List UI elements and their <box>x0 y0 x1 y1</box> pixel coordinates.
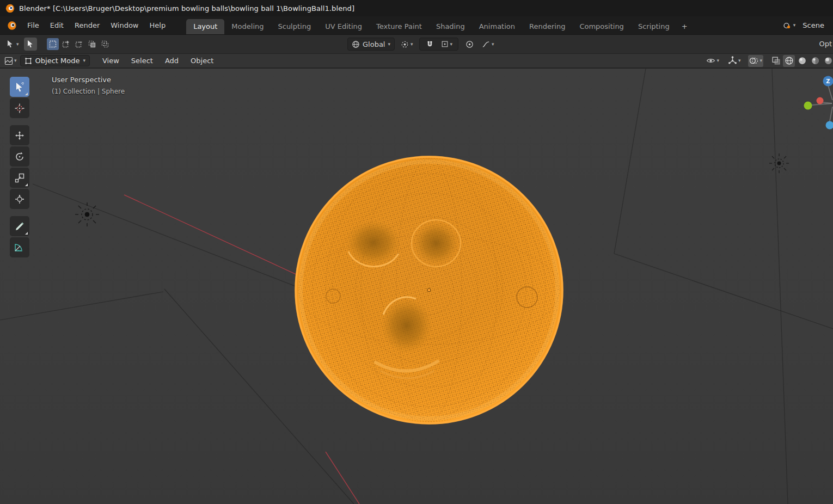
menu-edit[interactable]: Edit <box>45 19 69 32</box>
tool-context-dropdown[interactable] <box>4 38 21 51</box>
tab-animation[interactable]: Animation <box>472 19 522 34</box>
menu-render[interactable]: Render <box>69 19 105 32</box>
chevron-down-icon <box>83 58 85 63</box>
shading-material-button[interactable] <box>809 55 821 67</box>
measure-icon <box>14 242 25 253</box>
tab-texture-paint[interactable]: Texture Paint <box>369 19 429 34</box>
tab-sculpting[interactable]: Sculpting <box>271 19 318 34</box>
blender-logo-icon <box>5 4 15 13</box>
gizmo-z-label: Z <box>826 78 830 84</box>
shading-rendered-button[interactable] <box>822 55 833 67</box>
chevron-down-icon <box>14 58 17 63</box>
top-menu-row: File Edit Render Window Help Layout Mode… <box>0 16 833 34</box>
chevron-down-icon <box>759 58 762 63</box>
select-mode-set[interactable] <box>47 38 59 50</box>
tab-compositing[interactable]: Compositing <box>572 19 631 34</box>
tool-settings-bar: Global <box>0 34 833 54</box>
cursor-tool[interactable] <box>10 98 29 118</box>
select-mode-group <box>47 38 111 50</box>
select-mode-subtract[interactable] <box>73 38 85 50</box>
chevron-down-icon <box>411 42 413 47</box>
solid-shading-icon <box>798 56 807 65</box>
chevron-down-icon <box>492 42 494 47</box>
point-light-object <box>75 202 99 226</box>
select-box-tool[interactable] <box>10 77 29 97</box>
chevron-down-icon <box>388 42 390 47</box>
tab-layout[interactable]: Layout <box>186 19 224 34</box>
select-mode-intersect[interactable] <box>99 38 111 50</box>
options-dropdown[interactable]: Opt <box>819 40 833 48</box>
proportional-icon <box>465 40 474 48</box>
wireframe-shading-icon <box>785 56 794 65</box>
scene-canvas: Z <box>0 69 833 504</box>
active-tool-button[interactable] <box>24 38 37 51</box>
add-workspace-button[interactable]: + <box>677 19 693 34</box>
menu-view[interactable]: View <box>97 55 124 66</box>
scene-name[interactable]: Scene <box>799 21 828 29</box>
bowling-ball-object[interactable] <box>295 156 564 425</box>
tab-modeling[interactable]: Modeling <box>224 19 271 34</box>
orientation-label: Global <box>363 40 385 48</box>
menu-select[interactable]: Select <box>126 55 158 66</box>
blender-app-menu-icon[interactable] <box>5 19 19 32</box>
move-tool[interactable] <box>10 125 29 145</box>
snap-toggle[interactable] <box>424 38 437 51</box>
mode-dropdown[interactable]: Object Mode <box>20 55 90 66</box>
tab-rendering[interactable]: Rendering <box>522 19 572 34</box>
xray-icon <box>771 56 781 65</box>
menu-object[interactable]: Object <box>186 55 218 66</box>
visibility-dropdown[interactable] <box>705 55 720 67</box>
annotate-tool[interactable] <box>10 216 29 236</box>
browse-scene-icon[interactable] <box>781 19 798 32</box>
gizmos-icon <box>728 56 737 65</box>
navigation-gizmo[interactable]: Z <box>804 76 833 130</box>
shading-solid-button[interactable] <box>796 55 808 67</box>
scene-selector: Scene <box>781 19 829 32</box>
view-perspective-label: User Perspective <box>52 76 125 84</box>
rotate-tool[interactable] <box>10 146 29 167</box>
viewport-header-right <box>705 55 830 67</box>
menu-help[interactable]: Help <box>144 19 171 32</box>
cursor-icon <box>14 103 25 114</box>
pivot-point-dropdown[interactable] <box>399 38 415 51</box>
object-mode-icon <box>24 57 32 65</box>
select-mode-invert[interactable] <box>86 38 98 50</box>
snap-target-icon <box>441 40 449 48</box>
menu-window[interactable]: Window <box>105 19 144 32</box>
falloff-dropdown[interactable] <box>480 38 496 51</box>
gizmos-dropdown[interactable] <box>727 55 742 67</box>
scale-tool[interactable] <box>10 168 29 188</box>
menu-file[interactable]: File <box>22 19 45 32</box>
workspace-tabs: Layout Modeling Sculpting UV Editing Tex… <box>186 16 692 34</box>
overlays-dropdown[interactable] <box>748 55 763 67</box>
tab-scripting[interactable]: Scripting <box>631 19 677 34</box>
chevron-down-icon <box>16 42 19 47</box>
viewport-header: Object Mode View Select Add Object <box>0 54 833 68</box>
gizmo-y-axis-ball <box>804 102 812 110</box>
tab-uv-editing[interactable]: UV Editing <box>318 19 369 34</box>
scale-icon <box>14 173 25 183</box>
snap-group <box>419 38 459 51</box>
viewport-3d[interactable]: Z User Perspective (1) Collection | Sphe… <box>0 69 833 504</box>
snap-target-dropdown[interactable] <box>439 38 455 51</box>
main-menus: File Edit Render Window Help <box>22 19 171 32</box>
shading-wireframe-button[interactable] <box>783 55 795 67</box>
tab-shading[interactable]: Shading <box>429 19 472 34</box>
proportional-editing-toggle[interactable] <box>463 38 476 51</box>
select-mode-extend[interactable] <box>60 38 72 50</box>
xray-toggle[interactable] <box>770 55 782 67</box>
magnet-icon <box>426 40 434 48</box>
editor-type-dropdown[interactable] <box>3 55 18 67</box>
annotate-icon <box>14 221 25 232</box>
chevron-down-icon <box>793 23 796 28</box>
pivot-icon <box>401 40 409 48</box>
transform-icon <box>14 194 25 205</box>
menu-add[interactable]: Add <box>160 55 183 66</box>
measure-tool[interactable] <box>10 237 29 257</box>
mode-label: Object Mode <box>35 57 80 65</box>
move-icon <box>14 130 25 141</box>
titlebar: Blender* [C:\Users\Bruger\Desktop\premiu… <box>0 0 833 16</box>
rotate-icon <box>14 151 25 162</box>
orientation-dropdown[interactable]: Global <box>347 38 395 51</box>
transform-tool[interactable] <box>10 189 29 209</box>
